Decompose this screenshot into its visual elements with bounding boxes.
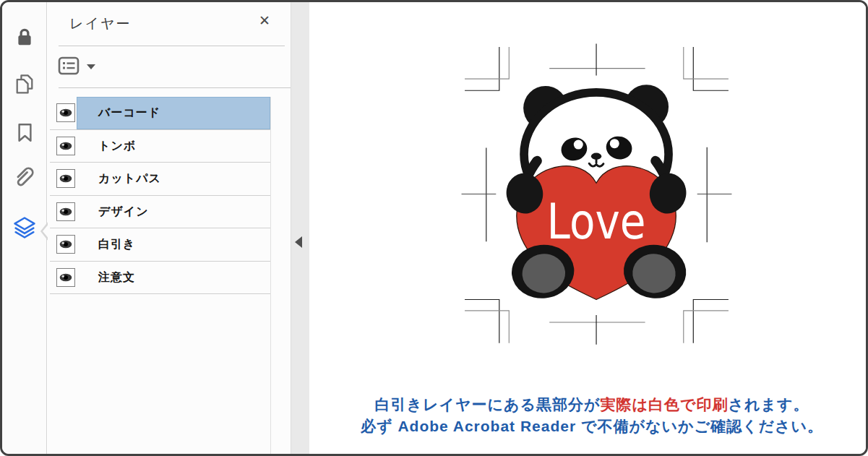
- acrobat-window: レイヤー ✕: [0, 0, 868, 456]
- trim-mark-bottom-left-outer: [465, 311, 509, 343]
- layer-label: 白引き: [98, 237, 135, 252]
- panda-illustration: Love: [503, 85, 689, 301]
- panel-title: レイヤー: [69, 14, 131, 33]
- layers-icon-glyph: [12, 214, 38, 241]
- visibility-toggle[interactable]: [56, 103, 75, 122]
- panel-collapse-strip: [291, 2, 309, 454]
- trim-mark-bottom-right-outer: [684, 311, 729, 343]
- panel-scroll-track[interactable]: [270, 97, 271, 454]
- layer-row-barcode[interactable]: バーコード: [50, 97, 270, 130]
- eye-icon: [59, 207, 73, 217]
- active-panel-notch: [43, 223, 50, 240]
- divider: [59, 46, 285, 46]
- trim-mark-top-left-outer: [465, 47, 509, 79]
- panda-eye-right: [610, 139, 619, 148]
- options-icon: [58, 56, 80, 75]
- bookmark-icon-glyph: [15, 121, 35, 144]
- notice-text-red: 実際は白色で印刷: [600, 396, 728, 413]
- artwork: Love: [443, 40, 750, 382]
- layer-label: 注意文: [98, 270, 135, 285]
- trim-mark-bottom-right: [693, 299, 729, 343]
- divider: [59, 87, 291, 88]
- notice-line-2: 必ず Adobe Acrobat Reader で不備がないかご確認ください。: [324, 416, 860, 437]
- eye-icon: [59, 239, 73, 249]
- bookmark-icon[interactable]: [2, 121, 47, 144]
- collapse-panel-arrow[interactable]: [295, 236, 302, 248]
- visibility-toggle[interactable]: [56, 202, 75, 221]
- layer-list: バーコード トンボ カットパス: [50, 97, 270, 294]
- eye-icon: [59, 272, 73, 283]
- layer-label: カットパス: [98, 171, 161, 186]
- layer-row-notice[interactable]: 注意文: [50, 262, 270, 295]
- layer-row-cutpath[interactable]: カットパス: [50, 163, 270, 196]
- eye-icon: [59, 173, 73, 184]
- window-frame: レイヤー ✕: [0, 0, 868, 456]
- trim-mark-top-right: [693, 47, 729, 90]
- notice-line-1: 白引きレイヤーにある黒部分が実際は白色で印刷されます。: [324, 394, 860, 416]
- paperclip-icon-glyph: [12, 165, 38, 191]
- print-notice: 白引きレイヤーにある黒部分が実際は白色で印刷されます。 必ず Adobe Acr…: [324, 394, 860, 437]
- trim-mark-top-right-outer: [684, 47, 729, 79]
- visibility-toggle[interactable]: [56, 268, 75, 287]
- layer-label: バーコード: [98, 106, 160, 121]
- lock-icon-glyph: [14, 26, 35, 47]
- close-panel-button[interactable]: ✕: [259, 14, 270, 27]
- lock-icon[interactable]: [2, 26, 47, 47]
- layer-label: デザイン: [98, 205, 149, 220]
- trim-mark-bottom-left: [465, 299, 499, 343]
- trim-mark-top-left: [465, 47, 499, 90]
- heart-text: Love: [547, 192, 646, 250]
- paperclip-icon[interactable]: [2, 165, 47, 191]
- layer-label: トンボ: [98, 139, 136, 154]
- pages-icon-glyph: [13, 72, 36, 97]
- pages-icon[interactable]: [2, 72, 47, 97]
- notice-text-blue: されます。: [728, 396, 809, 413]
- layer-row-design[interactable]: デザイン: [50, 196, 270, 229]
- layer-options-button[interactable]: [58, 56, 95, 75]
- visibility-toggle[interactable]: [56, 137, 75, 155]
- layers-panel: レイヤー ✕: [48, 2, 291, 454]
- eye-icon: [59, 141, 73, 151]
- layer-row-tombo[interactable]: トンボ: [50, 130, 270, 163]
- document-page: Love 白引きレイヤーにある黒部分が実際は白色で印刷されます。 必ず Adob: [309, 2, 866, 454]
- chevron-down-icon: [87, 64, 95, 69]
- visibility-toggle[interactable]: [56, 169, 75, 188]
- layer-row-shirohiki[interactable]: 白引き: [50, 228, 270, 262]
- panda-eye-left: [574, 140, 583, 150]
- notice-text-blue: 白引きレイヤーにある黒部分が: [375, 396, 601, 413]
- eye-icon: [59, 108, 73, 118]
- visibility-toggle[interactable]: [56, 235, 75, 254]
